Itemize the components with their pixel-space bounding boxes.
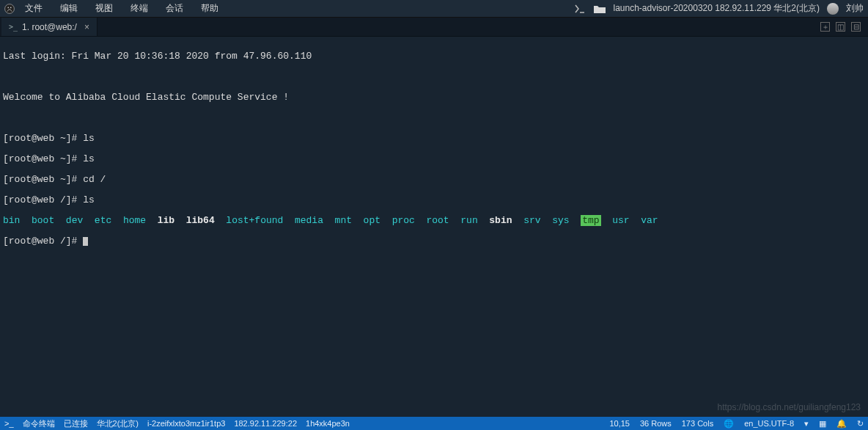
window-controls: ＋ ◫ ⊟ <box>820 18 868 36</box>
line-welcome: Welcome to Alibaba Cloud Elastic Compute… <box>3 92 865 103</box>
status-connection: 已连接 <box>64 418 88 429</box>
terminal-icon: >_ <box>4 419 14 428</box>
status-rows: 36 Rows <box>640 419 672 428</box>
line-current-prompt: [root@web /]# <box>3 236 865 247</box>
menu-bar: 文件 编辑 视图 终端 会话 帮助 launch-advisor-2020032… <box>0 0 868 18</box>
chevron-down-icon[interactable]: ▾ <box>804 419 809 429</box>
blank-line <box>3 113 865 123</box>
line-ls-root: [root@web /]# ls <box>3 195 865 205</box>
user-name: 刘帅 <box>846 2 864 15</box>
status-encoding: en_US.UTF-8 <box>744 419 794 428</box>
terminal-indicator-icon <box>575 4 586 13</box>
globe-icon: 🌐 <box>724 419 734 429</box>
split-horizontal-icon[interactable]: ◫ <box>836 22 845 32</box>
avatar[interactable] <box>827 3 839 15</box>
status-cols: 173 Cols <box>682 419 713 428</box>
app-logo-icon <box>4 4 15 14</box>
status-bar: >_ 命令终端 已连接 华北2(北京) i-2zeifxlxto3mz1ir1t… <box>0 417 868 430</box>
status-ip: 182.92.11.229:22 <box>234 419 297 428</box>
menu-session[interactable]: 会话 <box>158 1 191 16</box>
menubar-right: launch-advisor-20200320 182.92.11.229 华北… <box>575 2 864 15</box>
sync-icon[interactable]: ↻ <box>857 419 864 429</box>
cursor <box>83 237 88 246</box>
status-cursor-pos: 10,15 <box>609 419 630 428</box>
add-pane-icon[interactable]: ＋ <box>820 22 830 32</box>
blank-line <box>3 72 865 82</box>
status-region: 华北2(北京) <box>97 418 139 429</box>
svg-point-1 <box>7 7 9 8</box>
menu-terminal[interactable]: 终端 <box>123 1 155 16</box>
tab-terminal-1[interactable]: >_ 1. root@web:/ × <box>1 18 98 36</box>
prompt-icon: >_ <box>9 23 18 31</box>
tab-label: 1. root@web:/ <box>22 22 77 32</box>
close-icon[interactable]: × <box>84 22 89 32</box>
status-instance: i-2zeifxlxto3mz1ir1tp3 <box>147 419 225 428</box>
line-ls-2: [root@web ~]# ls <box>3 154 865 164</box>
line-cd: [root@web ~]# cd / <box>3 175 865 185</box>
session-info: launch-advisor-20200320 182.92.11.229 华北… <box>613 2 820 15</box>
menu-view[interactable]: 视图 <box>88 1 120 16</box>
folder-icon[interactable] <box>594 4 606 13</box>
line-dir-listing: bin boot dev etc home lib lib64 lost+fou… <box>3 216 865 226</box>
menu-help[interactable]: 帮助 <box>194 1 226 16</box>
watermark: https://blog.csdn.net/guiliangfeng123 <box>718 402 861 412</box>
status-terminal-label: 命令终端 <box>23 418 55 429</box>
terminal-output[interactable]: Last login: Fri Mar 20 10:36:18 2020 fro… <box>0 37 868 417</box>
line-last-login: Last login: Fri Mar 20 10:36:18 2020 fro… <box>3 51 865 62</box>
menu-file[interactable]: 文件 <box>18 1 50 16</box>
svg-point-0 <box>5 4 15 13</box>
tab-bar: >_ 1. root@web:/ × ＋ ◫ ⊟ <box>0 18 868 37</box>
bell-icon[interactable]: 🔔 <box>836 419 847 429</box>
line-ls-1: [root@web ~]# ls <box>3 134 865 144</box>
menu-edit[interactable]: 编辑 <box>53 1 85 16</box>
dashboard-icon[interactable]: ▦ <box>819 419 826 429</box>
svg-point-2 <box>10 7 12 8</box>
split-vertical-icon[interactable]: ⊟ <box>851 22 861 32</box>
status-extra: 1h4xk4pe3n <box>306 419 350 428</box>
